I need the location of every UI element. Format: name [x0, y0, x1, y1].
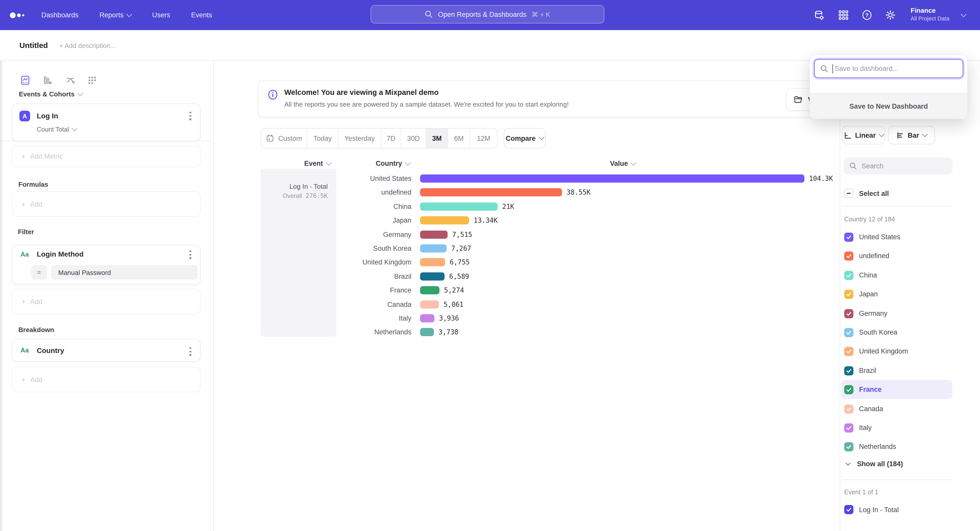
filter-property[interactable]: Login Method — [37, 250, 84, 258]
tab-funnels-icon[interactable] — [43, 76, 52, 85]
checked-checkbox[interactable] — [844, 404, 853, 414]
series-item-france[interactable]: France — [841, 380, 953, 399]
nav-item-reports[interactable]: Reports — [100, 0, 131, 30]
checked-checkbox[interactable] — [844, 271, 853, 280]
help-icon[interactable]: ? — [862, 10, 872, 21]
save-dashboard-search-input[interactable]: Save to dashboard... — [814, 59, 963, 78]
select-all-row[interactable]: Select all — [844, 189, 889, 198]
compare-button[interactable]: Compare — [504, 128, 546, 149]
settings-gear-icon[interactable] — [885, 10, 896, 21]
panel-divider — [842, 206, 953, 207]
bar-france[interactable] — [420, 286, 439, 294]
checked-checkbox[interactable] — [844, 232, 853, 241]
add-formula-button[interactable]: +Add — [12, 191, 200, 217]
plus-icon: + — [21, 200, 25, 208]
global-search-input[interactable]: Open Reports & Dashboards ⌘ + K — [371, 5, 605, 24]
checked-checkbox[interactable] — [844, 251, 853, 260]
filter-value[interactable]: Manual Password — [51, 265, 197, 279]
series-item-south-korea[interactable]: South Korea — [841, 323, 953, 342]
checked-checkbox[interactable] — [844, 366, 853, 375]
date-range-30d[interactable]: 30D — [401, 128, 426, 148]
nav-item-events[interactable]: Events — [191, 0, 212, 30]
tab-retention-icon[interactable] — [87, 76, 97, 85]
checked-checkbox[interactable] — [844, 309, 853, 318]
series-item-united-kingdom[interactable]: United Kingdom — [841, 342, 953, 361]
column-header-country[interactable]: Country — [375, 160, 410, 167]
events-cohorts-header[interactable]: Events & Cohorts — [19, 90, 82, 98]
bar-value-label: 13.34K — [474, 217, 498, 224]
bar-china[interactable] — [420, 203, 498, 211]
bar-undefined[interactable] — [420, 188, 562, 197]
breakdown-card[interactable]: Aa Country — [12, 339, 200, 361]
bar-netherlands[interactable] — [420, 328, 434, 336]
tab-flows-icon[interactable] — [65, 76, 75, 85]
bar-brazil[interactable] — [420, 273, 445, 281]
event-series-name: Log In - Total — [290, 182, 328, 190]
date-range-12m[interactable]: 12M — [470, 128, 497, 148]
nav-item-users[interactable]: Users — [152, 0, 170, 30]
filter-type-badge: Aa — [21, 250, 29, 258]
date-range-yesterday[interactable]: Yesterday — [339, 128, 381, 148]
metric-event-name[interactable]: Log In — [37, 112, 58, 120]
data-management-icon[interactable] — [814, 10, 825, 21]
date-range-3m[interactable]: 3M — [426, 128, 448, 148]
checked-checkbox[interactable] — [844, 347, 853, 356]
bar-united-states[interactable] — [420, 174, 804, 182]
bar-south-korea[interactable] — [420, 244, 447, 252]
metric-card[interactable]: A Log In Count Total — [12, 103, 200, 141]
report-title[interactable]: Untitled — [19, 41, 48, 49]
tab-insights-icon[interactable] — [21, 76, 30, 85]
add-breakdown-button[interactable]: +Add — [12, 367, 200, 392]
bar-germany[interactable] — [420, 231, 448, 239]
add-filter-button[interactable]: +Add — [12, 289, 200, 314]
series-item-italy[interactable]: Italy — [841, 418, 953, 437]
checked-checkbox[interactable] — [844, 423, 853, 432]
series-item-brazil[interactable]: Brazil — [841, 361, 953, 380]
save-to-new-dashboard-button[interactable]: Save to New Dashboard — [810, 93, 967, 119]
filter-operator[interactable]: = — [31, 265, 47, 279]
show-all-button[interactable]: Show all (184) — [845, 460, 903, 468]
bar-united-kingdom[interactable] — [420, 258, 445, 266]
series-item-netherlands[interactable]: Netherlands — [841, 437, 953, 456]
apps-grid-icon[interactable] — [838, 10, 849, 21]
checked-checkbox[interactable] — [844, 442, 853, 451]
plus-icon: + — [21, 298, 25, 305]
date-range-today[interactable]: Today — [307, 128, 339, 148]
mixpanel-logo-icon[interactable] — [9, 11, 26, 20]
checked-checkbox[interactable] — [844, 505, 853, 514]
date-range-6m[interactable]: 6M — [448, 128, 470, 148]
series-item-undefined[interactable]: undefined — [841, 246, 953, 265]
event-series-panel[interactable]: Log In - Total Overall 276.5K — [261, 169, 336, 337]
select-all-checkbox[interactable] — [844, 189, 853, 198]
breakdown-kebab-icon[interactable] — [188, 347, 193, 356]
series-search-input[interactable]: Search — [844, 158, 953, 174]
metric-kebab-icon[interactable] — [188, 112, 193, 120]
date-range-custom[interactable]: Custom — [261, 128, 307, 148]
column-header-value[interactable]: Value — [610, 160, 636, 167]
checked-checkbox[interactable] — [844, 290, 853, 299]
add-metric-button[interactable]: +Add Metric — [12, 145, 200, 167]
series-item-china[interactable]: China — [841, 266, 953, 285]
bar-japan[interactable] — [420, 216, 469, 224]
column-header-event[interactable]: Event — [304, 160, 331, 167]
event-series-row[interactable]: Log In - Total — [844, 505, 899, 514]
filter-card[interactable]: Aa Login Method = Manual Password — [12, 245, 200, 285]
bar-canada[interactable] — [420, 300, 439, 309]
date-range-7d[interactable]: 7D — [381, 128, 401, 148]
chevron-down-icon — [77, 90, 83, 96]
series-item-japan[interactable]: Japan — [841, 285, 953, 303]
nav-item-dashboards[interactable]: Dashboards — [41, 0, 79, 30]
checked-checkbox[interactable] — [844, 328, 853, 337]
checked-checkbox[interactable] — [844, 385, 853, 394]
filter-kebab-icon[interactable] — [188, 250, 193, 259]
chart-type-button[interactable]: Bar — [888, 126, 935, 144]
add-description-button[interactable]: + Add description... — [59, 42, 116, 49]
breakdown-property[interactable]: Country — [37, 346, 64, 355]
series-item-germany[interactable]: Germany — [841, 304, 953, 323]
metric-aggregation[interactable]: Count Total — [37, 126, 76, 133]
bar-italy[interactable] — [420, 314, 434, 322]
series-item-canada[interactable]: Canada — [841, 399, 953, 418]
formulas-header: Formulas — [18, 181, 48, 188]
series-item-united-states[interactable]: United States — [841, 228, 953, 246]
scale-selector-button[interactable]: Linear — [842, 126, 885, 144]
